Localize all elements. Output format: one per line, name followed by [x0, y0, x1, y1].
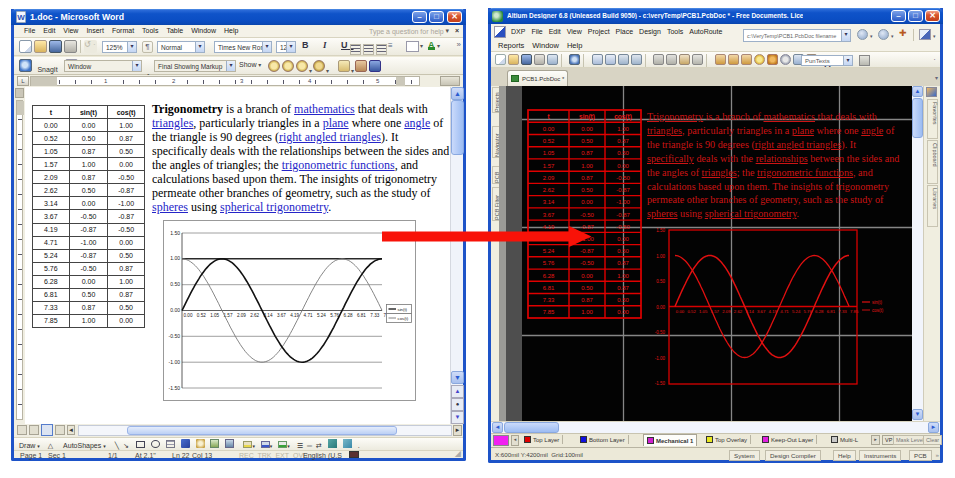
svg-text:1.50: 1.50: [170, 230, 180, 236]
svg-text:-0.50: -0.50: [580, 260, 594, 266]
svg-text:0.50: 0.50: [617, 248, 629, 254]
svg-text:-0.87: -0.87: [616, 212, 630, 218]
svg-text:0.00: 0.00: [581, 126, 593, 132]
svg-text:3.67: 3.67: [277, 313, 286, 318]
svg-text:-0.87: -0.87: [616, 187, 630, 193]
svg-text:1.00: 1.00: [170, 255, 180, 261]
svg-text:-0.50: -0.50: [616, 224, 630, 230]
svg-text:cos(t): cos(t): [614, 113, 632, 121]
svg-text:0.50: 0.50: [617, 297, 629, 303]
svg-text:3.67: 3.67: [757, 309, 766, 314]
svg-text:6.28: 6.28: [344, 313, 353, 318]
svg-text:1.00: 1.00: [617, 126, 629, 132]
svg-text:0.50: 0.50: [581, 138, 593, 144]
svg-text:-1.50: -1.50: [169, 385, 181, 391]
svg-text:6.28: 6.28: [543, 273, 555, 279]
svg-text:1.05: 1.05: [699, 309, 708, 314]
svg-text:2.09: 2.09: [722, 309, 731, 314]
svg-text:cos(t): cos(t): [872, 308, 884, 313]
svg-text:0.00: 0.00: [617, 163, 629, 169]
svg-text:7.33: 7.33: [370, 313, 379, 318]
svg-text:sin(t): sin(t): [579, 113, 595, 121]
svg-text:5.76: 5.76: [543, 260, 555, 266]
svg-text:0.87: 0.87: [617, 260, 629, 266]
svg-text:0.00: 0.00: [581, 199, 593, 205]
svg-text:1.05: 1.05: [210, 313, 219, 318]
svg-text:-1.00: -1.00: [616, 199, 630, 205]
svg-text:0.50: 0.50: [581, 187, 593, 193]
svg-text:0.52: 0.52: [543, 138, 555, 144]
svg-text:0.00: 0.00: [676, 309, 685, 314]
svg-text:2.62: 2.62: [250, 313, 259, 318]
svg-text:1.00: 1.00: [617, 273, 629, 279]
svg-text:7.85: 7.85: [850, 309, 859, 314]
svg-text:0.87: 0.87: [617, 285, 629, 291]
svg-text:3.14: 3.14: [543, 199, 555, 205]
svg-text:6.81: 6.81: [357, 313, 366, 318]
svg-text:7.33: 7.33: [543, 297, 555, 303]
svg-text:2.09: 2.09: [237, 313, 246, 318]
svg-text:0.52: 0.52: [687, 309, 696, 314]
svg-text:1.00: 1.00: [581, 309, 593, 315]
svg-text:2.09: 2.09: [543, 175, 555, 181]
svg-text:0.87: 0.87: [617, 138, 629, 144]
svg-text:4.71: 4.71: [304, 313, 313, 318]
svg-text:0.50: 0.50: [581, 285, 593, 291]
svg-text:-0.50: -0.50: [169, 333, 181, 339]
svg-text:6.28: 6.28: [815, 309, 824, 314]
svg-text:2.62: 2.62: [543, 187, 555, 193]
svg-text:2.62: 2.62: [734, 309, 743, 314]
svg-text:-1.50: -1.50: [655, 381, 666, 386]
svg-text:-1.00: -1.00: [655, 356, 666, 361]
svg-text:0.50: 0.50: [617, 150, 629, 156]
svg-text:sin(t): sin(t): [872, 300, 883, 305]
svg-text:0.87: 0.87: [581, 175, 593, 181]
svg-text:0.00: 0.00: [617, 236, 629, 242]
svg-text:1.50: 1.50: [656, 228, 665, 233]
svg-text:-1.00: -1.00: [169, 359, 181, 365]
svg-text:0.00: 0.00: [617, 309, 629, 315]
svg-text:0.50: 0.50: [656, 279, 665, 284]
svg-text:0.52: 0.52: [197, 313, 206, 318]
svg-text:4.71: 4.71: [780, 309, 789, 314]
svg-text:5.24: 5.24: [317, 313, 326, 318]
svg-text:1.57: 1.57: [543, 163, 555, 169]
svg-text:1.05: 1.05: [543, 150, 555, 156]
svg-text:1.00: 1.00: [656, 254, 665, 259]
svg-text:6.81: 6.81: [543, 285, 555, 291]
svg-text:-0.50: -0.50: [616, 175, 630, 181]
svg-text:cos(t): cos(t): [398, 316, 409, 321]
svg-text:0.87: 0.87: [581, 150, 593, 156]
svg-text:sin(t): sin(t): [398, 307, 408, 312]
svg-text:0.00: 0.00: [170, 307, 180, 313]
svg-text:0.00: 0.00: [543, 126, 555, 132]
svg-text:6.81: 6.81: [827, 309, 836, 314]
svg-text:7.33: 7.33: [838, 309, 847, 314]
svg-text:5.24: 5.24: [792, 309, 801, 314]
svg-text:1.00: 1.00: [581, 163, 593, 169]
svg-text:0.00: 0.00: [184, 313, 193, 318]
svg-text:0.87: 0.87: [581, 297, 593, 303]
svg-text:0.00: 0.00: [656, 305, 665, 310]
svg-text:7.85: 7.85: [543, 309, 555, 315]
svg-text:0.00: 0.00: [581, 273, 593, 279]
svg-text:0.50: 0.50: [170, 281, 180, 287]
svg-text:-0.50: -0.50: [655, 330, 666, 335]
svg-text:4.19: 4.19: [290, 313, 299, 318]
